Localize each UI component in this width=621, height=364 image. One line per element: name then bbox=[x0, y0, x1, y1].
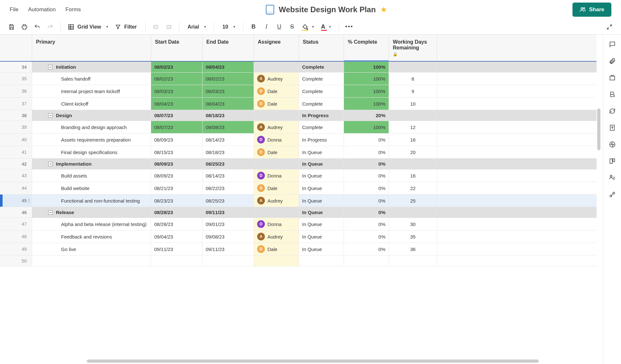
resource-management-icon[interactable] bbox=[608, 174, 616, 182]
pct-cell[interactable]: 0% bbox=[344, 134, 389, 146]
table-row[interactable]: 38 −Design 08/07/23 08/18/23 In Progress… bbox=[0, 110, 597, 121]
row-number[interactable]: 49 bbox=[0, 243, 32, 255]
collapse-icon[interactable]: − bbox=[48, 162, 53, 166]
end-date-cell[interactable]: 08/04/23 bbox=[203, 98, 254, 110]
row-number[interactable]: 36 bbox=[0, 85, 32, 97]
row-number[interactable]: 48 bbox=[0, 230, 32, 243]
bold-button[interactable]: B bbox=[248, 21, 259, 33]
comments-icon[interactable] bbox=[608, 40, 616, 48]
wdays-cell[interactable]: 25 bbox=[389, 195, 437, 207]
wdays-cell[interactable]: 22 bbox=[389, 182, 437, 194]
pct-cell[interactable]: 0% bbox=[344, 243, 389, 255]
start-date-cell[interactable] bbox=[151, 256, 203, 266]
assignee-cell[interactable]: DDonna bbox=[254, 218, 299, 230]
end-date-cell[interactable]: 08/14/23 bbox=[203, 134, 254, 146]
end-date-cell[interactable]: 08/08/23 bbox=[203, 121, 254, 133]
primary-cell[interactable]: Build website bbox=[32, 182, 151, 194]
wdays-cell[interactable]: 20 bbox=[389, 146, 437, 158]
primary-cell[interactable]: Internal project team kickoff bbox=[32, 85, 151, 97]
wdays-cell[interactable] bbox=[389, 62, 437, 72]
table-row[interactable]: 37 Client kickoff 08/04/23 08/04/23 DDal… bbox=[0, 98, 597, 110]
vertical-scrollbar[interactable] bbox=[597, 108, 600, 150]
primary-cell[interactable]: −Implementation bbox=[32, 159, 151, 169]
row-number[interactable]: 44 bbox=[0, 182, 32, 194]
header-assignee[interactable]: Assignee bbox=[254, 35, 299, 61]
assignee-cell[interactable]: AAudrey bbox=[254, 230, 299, 243]
end-date-cell[interactable] bbox=[203, 256, 254, 266]
table-row[interactable]: 43 Build assets 08/09/23 08/14/23 DDonna… bbox=[0, 169, 597, 182]
start-date-cell[interactable]: 08/09/23 bbox=[151, 159, 203, 169]
status-cell[interactable]: Complete bbox=[299, 98, 344, 110]
redo-button[interactable] bbox=[44, 21, 56, 33]
end-date-cell[interactable]: 08/18/23 bbox=[203, 146, 254, 158]
primary-cell[interactable]: Functional and non-functional testing bbox=[32, 195, 151, 207]
status-cell[interactable]: In Progress bbox=[299, 110, 344, 121]
table-row[interactable]: 47 Alpha and beta release (internal test… bbox=[0, 218, 597, 230]
wdays-cell[interactable] bbox=[389, 207, 437, 218]
table-row[interactable]: 50 bbox=[0, 256, 597, 266]
wdays-cell[interactable]: 16 bbox=[389, 169, 437, 182]
primary-cell[interactable]: Client kickoff bbox=[32, 98, 151, 110]
assignee-cell[interactable]: DDale bbox=[254, 243, 299, 255]
start-date-cell[interactable]: 08/04/23 bbox=[151, 98, 203, 110]
status-cell[interactable]: In Queue bbox=[299, 146, 344, 158]
row-menu-icon[interactable]: ⋮ bbox=[27, 198, 31, 203]
status-cell[interactable]: In Queue bbox=[299, 218, 344, 230]
status-cell[interactable]: In Queue bbox=[299, 159, 344, 169]
assignee-cell[interactable] bbox=[254, 207, 299, 218]
table-row[interactable]: 40 Assets requirements preparation 08/09… bbox=[0, 134, 597, 146]
collapse-icon[interactable]: − bbox=[48, 210, 53, 215]
favorite-star-icon[interactable]: ★ bbox=[380, 5, 387, 14]
status-cell[interactable]: Complete bbox=[299, 85, 344, 97]
status-cell[interactable]: Complete bbox=[299, 121, 344, 133]
row-number[interactable]: 40 bbox=[0, 134, 32, 146]
end-date-cell[interactable]: 09/01/23 bbox=[203, 218, 254, 230]
status-cell[interactable]: In Queue bbox=[299, 169, 344, 182]
status-cell[interactable]: In Queue bbox=[299, 195, 344, 207]
row-number[interactable]: 41 bbox=[0, 146, 32, 158]
pct-cell[interactable]: 0% bbox=[344, 218, 389, 230]
brandfolder-icon[interactable] bbox=[608, 91, 616, 98]
primary-cell[interactable] bbox=[32, 256, 151, 266]
assignee-cell[interactable]: DDale bbox=[254, 146, 299, 158]
assignee-cell[interactable]: DDonna bbox=[254, 134, 299, 146]
pct-cell[interactable] bbox=[344, 256, 389, 266]
publish-icon[interactable] bbox=[608, 124, 616, 132]
menu-automation[interactable]: Automation bbox=[28, 6, 56, 13]
start-date-cell[interactable]: 08/23/23 bbox=[151, 195, 203, 207]
assignee-cell[interactable] bbox=[254, 256, 299, 266]
row-number[interactable]: 39 bbox=[0, 121, 32, 133]
start-date-cell[interactable]: 08/02/23 bbox=[151, 73, 203, 85]
wdays-cell[interactable]: 30 bbox=[389, 218, 437, 230]
undo-button[interactable] bbox=[32, 21, 43, 33]
pct-cell[interactable]: 0% bbox=[344, 169, 389, 182]
row-number[interactable]: 38 bbox=[0, 110, 32, 121]
start-date-cell[interactable]: 08/03/23 bbox=[151, 85, 203, 97]
pct-cell[interactable]: 100% bbox=[344, 73, 389, 85]
assignee-cell[interactable]: DDonna bbox=[254, 169, 299, 182]
row-number[interactable]: 45⋮ bbox=[0, 195, 32, 207]
wdays-cell[interactable]: 8 bbox=[389, 73, 437, 85]
indent-button[interactable] bbox=[163, 21, 175, 33]
primary-cell[interactable]: Final design specifications bbox=[32, 146, 151, 158]
status-cell[interactable]: In Queue bbox=[299, 207, 344, 218]
row-number[interactable]: 50 bbox=[0, 256, 32, 266]
fontsize-selector[interactable]: 10 ▼ bbox=[219, 24, 239, 30]
end-date-cell[interactable]: 09/11/23 bbox=[203, 207, 254, 218]
end-date-cell[interactable]: 09/11/23 bbox=[203, 243, 254, 255]
proofs-icon[interactable] bbox=[608, 74, 616, 82]
start-date-cell[interactable]: 08/09/23 bbox=[151, 134, 203, 146]
wdays-cell[interactable]: 12 bbox=[389, 121, 437, 133]
table-row[interactable]: 41 Final design specifications 08/15/23 … bbox=[0, 146, 597, 159]
start-date-cell[interactable]: 08/15/23 bbox=[151, 146, 203, 158]
view-selector[interactable]: Grid View ▼ bbox=[65, 24, 111, 30]
update-requests-icon[interactable] bbox=[608, 107, 616, 115]
print-button[interactable] bbox=[19, 21, 30, 33]
wdays-cell[interactable]: 16 bbox=[389, 134, 437, 146]
activity-log-icon[interactable] bbox=[608, 141, 616, 148]
end-date-cell[interactable]: 08/14/23 bbox=[203, 169, 254, 182]
font-selector[interactable]: Arial ▼ bbox=[184, 24, 209, 30]
status-cell[interactable]: Complete bbox=[299, 62, 344, 72]
start-date-cell[interactable]: 08/21/23 bbox=[151, 182, 203, 194]
pct-cell[interactable]: 0% bbox=[344, 195, 389, 207]
